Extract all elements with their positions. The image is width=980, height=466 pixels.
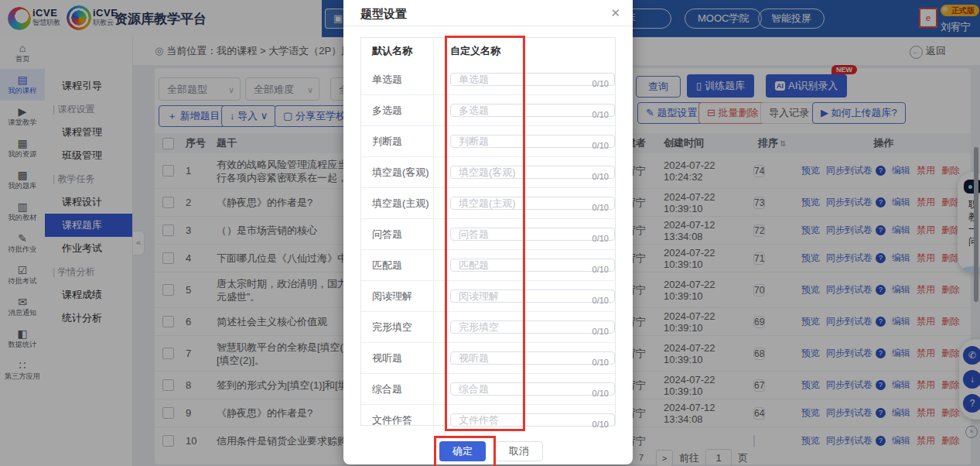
type-row: 判断题 0/10 [361, 125, 615, 156]
char-counter: 0/10 [592, 79, 609, 88]
char-counter: 0/10 [592, 389, 609, 398]
type-name-table: 默认名称 自定义名称 单选题 0/10 [360, 37, 616, 426]
type-default-name: 视听题 [361, 343, 434, 373]
type-default-name: 填空题(主观) [361, 188, 434, 218]
type-row: 填空题(主观) 0/10 [361, 187, 615, 218]
char-counter: 0/10 [592, 296, 609, 305]
custom-name-input[interactable] [450, 259, 615, 272]
type-default-name: 匹配题 [361, 250, 434, 280]
char-counter: 0/10 [592, 110, 609, 119]
confirm-button[interactable]: 确定 [439, 441, 486, 461]
custom-name-input[interactable] [450, 228, 615, 241]
type-row: 问答题 0/10 [361, 218, 615, 249]
col-default-name: 默认名称 [361, 38, 434, 64]
type-row: 综合题 0/10 [361, 373, 615, 404]
type-default-name: 问答题 [361, 219, 434, 249]
cancel-button[interactable]: 取消 [495, 441, 543, 461]
custom-name-input[interactable] [450, 290, 615, 303]
type-row: 文件作答 0/10 [361, 404, 615, 435]
type-row: 匹配题 0/10 [361, 249, 615, 280]
char-counter: 0/10 [592, 420, 609, 429]
type-row: 阅读理解 0/10 [361, 280, 615, 311]
custom-name-input[interactable] [450, 135, 615, 148]
custom-name-input[interactable] [450, 382, 615, 396]
custom-name-input[interactable] [450, 197, 615, 210]
char-counter: 0/10 [592, 234, 609, 243]
type-default-name: 判断题 [361, 126, 434, 156]
type-default-name: 综合题 [361, 374, 434, 404]
question-type-dialog: 题型设置 ✕ 默认名称 自定义名称 单选题 0/10 [343, 0, 633, 464]
char-counter: 0/10 [592, 203, 609, 212]
type-row: 视听题 0/10 [361, 342, 615, 373]
type-row: 完形填空 0/10 [361, 311, 615, 342]
type-default-name: 阅读理解 [361, 281, 434, 311]
col-custom-name: 自定义名称 [434, 44, 615, 58]
type-default-name: 填空题(客观) [361, 157, 434, 187]
custom-name-input[interactable] [450, 166, 615, 179]
custom-name-input[interactable] [450, 104, 615, 117]
type-table-header: 默认名称 自定义名称 [361, 38, 615, 64]
custom-name-input[interactable] [450, 320, 615, 334]
custom-name-input[interactable] [450, 73, 615, 86]
char-counter: 0/10 [592, 172, 609, 181]
page-root: iCVE 智慧职教 iCVE 职教云 资源库教学平台 ▣ 教师空间 资源库 MO… [0, 0, 980, 466]
custom-name-input[interactable] [450, 413, 615, 427]
close-icon[interactable]: ✕ [610, 6, 620, 20]
type-default-name: 文件作答 [361, 405, 434, 435]
type-default-name: 单选题 [361, 64, 434, 94]
type-row: 单选题 0/10 [361, 64, 615, 94]
custom-name-input[interactable] [450, 351, 615, 365]
dialog-title: 题型设置 [360, 7, 407, 22]
type-row: 填空题(客观) 0/10 [361, 156, 615, 187]
char-counter: 0/10 [592, 141, 609, 150]
type-rows: 单选题 0/10 多选题 [361, 64, 615, 435]
dialog-divider [343, 26, 633, 26]
type-default-name: 多选题 [361, 95, 434, 125]
type-row: 多选题 0/10 [361, 94, 615, 125]
char-counter: 0/10 [592, 327, 609, 336]
type-default-name: 完形填空 [361, 312, 434, 342]
char-counter: 0/10 [592, 358, 609, 367]
char-counter: 0/10 [592, 265, 609, 274]
